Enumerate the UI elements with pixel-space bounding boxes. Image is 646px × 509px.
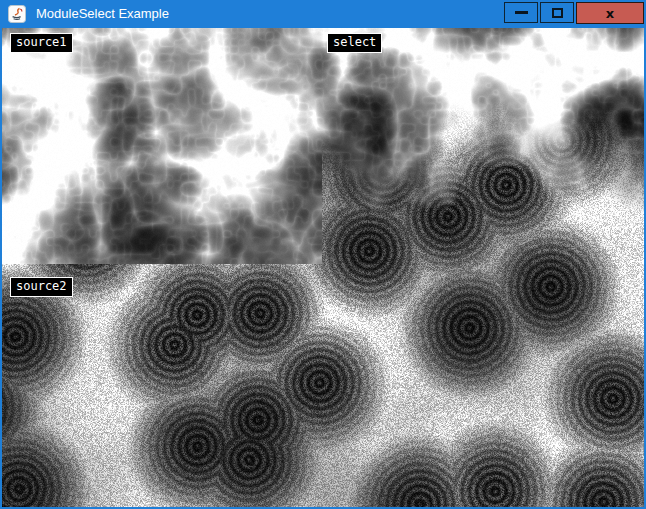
- noise-render-canvas: [2, 28, 644, 507]
- close-icon: x: [606, 7, 614, 20]
- window-title: ModuleSelect Example: [36, 6, 169, 22]
- java-app-icon[interactable]: [8, 5, 26, 23]
- maximize-icon: [552, 8, 563, 18]
- minimize-button[interactable]: [504, 2, 538, 23]
- caption-buttons: x: [504, 2, 644, 24]
- titlebar[interactable]: ModuleSelect Example x: [0, 0, 646, 28]
- label-source2: source2: [10, 277, 73, 297]
- label-select: select: [327, 33, 382, 53]
- minimize-icon: [515, 11, 528, 14]
- app-window: ModuleSelect Example x source1 select so…: [0, 0, 646, 509]
- render-area: source1 select source2: [2, 28, 644, 507]
- close-button[interactable]: x: [576, 2, 644, 24]
- label-source1: source1: [10, 33, 73, 53]
- maximize-button[interactable]: [540, 2, 574, 23]
